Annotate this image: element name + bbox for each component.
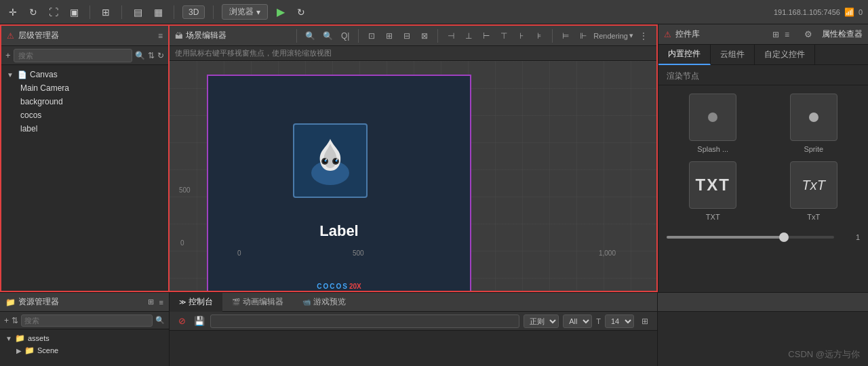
asset-item-assets[interactable]: ▼ 📁 assets xyxy=(5,332,163,344)
zoom-in-btn[interactable]: 🔍 xyxy=(302,28,317,43)
scene-canvas-area[interactable]: 500 0 xyxy=(170,61,656,291)
tab-builtin[interactable]: 内置控件 xyxy=(658,45,711,65)
hierarchy-search-input[interactable] xyxy=(14,49,132,62)
node-txt-italic[interactable]: TxT TxT xyxy=(768,161,861,221)
console-save-btn[interactable]: 💾 xyxy=(193,314,206,328)
rendering-arrow: ▾ xyxy=(629,31,633,40)
asset-item-scene[interactable]: ▶ 📁 Scene xyxy=(5,344,163,357)
node-txt[interactable]: TXT TXT xyxy=(667,161,760,221)
slider-thumb[interactable] xyxy=(779,232,789,242)
browser-label: 浏览器 xyxy=(229,6,254,18)
scene-tool-4[interactable]: ⊠ xyxy=(417,28,432,43)
align-top[interactable]: ⊤ xyxy=(496,28,511,43)
console-fontsize-select[interactable]: 14 xyxy=(605,314,634,328)
bottom-center-panel: ≫ 控制台 🎬 动画编辑器 📹 游戏预览 ⊘ 💾 正则 All T xyxy=(170,293,658,366)
background-label: background xyxy=(20,97,63,106)
mode-3d-button[interactable]: 3D xyxy=(182,5,205,19)
copy-icon[interactable]: ⊞ xyxy=(772,30,779,39)
align-left[interactable]: ⊣ xyxy=(443,28,458,43)
layout-icon[interactable]: ▤ xyxy=(130,5,145,20)
console-level-select[interactable]: All xyxy=(563,314,592,328)
browser-button[interactable]: 浏览器 ▾ xyxy=(222,4,268,20)
label-1000-bottom: 1,000 xyxy=(599,249,616,257)
tree-item-label[interactable]: label xyxy=(1,122,168,136)
asset-sort-icon[interactable]: ⇅ xyxy=(12,316,18,325)
tab-cloud[interactable]: 云组件 xyxy=(711,45,755,65)
label-500-left: 500 xyxy=(179,186,191,194)
splash-dot xyxy=(708,113,717,122)
tree-item-main-camera[interactable]: Main Camera xyxy=(1,81,168,95)
zoom-out-btn[interactable]: 🔍 xyxy=(320,28,335,43)
scene-tool-3[interactable]: ⊟ xyxy=(399,28,414,43)
scene-icon[interactable]: ⊞ xyxy=(98,5,113,20)
node-splash[interactable]: Splash ... xyxy=(667,94,760,153)
hierarchy-add-icon[interactable]: + xyxy=(5,50,11,60)
scene-viewport[interactable]: COCOS 20X xyxy=(207,75,471,291)
rendering-dropdown[interactable]: Rendering ▾ xyxy=(593,31,633,40)
console-toolbar: ⊘ 💾 正则 All T 14 ⊞ xyxy=(170,312,657,331)
toolbar-separator-1 xyxy=(90,5,90,19)
tab-cloud-label: 云组件 xyxy=(720,49,745,60)
hierarchy-menu-icon[interactable]: ≡ xyxy=(158,31,163,41)
asset-search-input[interactable] xyxy=(21,314,153,327)
label-0-bottom: 0 xyxy=(237,249,241,257)
slider-track[interactable] xyxy=(667,236,834,239)
tab-game-preview[interactable]: 📹 游戏预览 xyxy=(293,293,355,312)
asset-search-icon[interactable]: 🔍 xyxy=(155,316,165,325)
console-clear-btn[interactable]: ⊘ xyxy=(175,314,189,328)
align-right[interactable]: ⊢ xyxy=(479,28,494,43)
add-icon[interactable]: ✛ xyxy=(5,5,20,20)
align-middle[interactable]: ⊦ xyxy=(514,28,529,43)
hierarchy-refresh-icon[interactable]: ↻ xyxy=(157,51,164,60)
game-preview-tab-label: 游戏预览 xyxy=(313,296,346,308)
search-icon[interactable]: 🔍 xyxy=(135,51,145,60)
csdn-watermark: CSDN @远方与你 xyxy=(788,348,860,361)
controls-panel-icons: ⊞ ≡ xyxy=(772,30,789,39)
scene-viewport-label: Label xyxy=(207,222,471,240)
asset-toolbar: + ⇅ 🔍 xyxy=(0,312,169,329)
console-input[interactable] xyxy=(210,314,519,328)
scene-tool-2[interactable]: ⊞ xyxy=(382,28,397,43)
gear-icon[interactable]: ⚙ xyxy=(804,29,812,39)
node-sprite[interactable]: Sprite xyxy=(768,94,861,153)
properties-title: 属性检查器 xyxy=(822,28,863,40)
game-icon[interactable]: ▦ xyxy=(151,5,165,20)
align-bottom[interactable]: ⊧ xyxy=(532,28,547,43)
frame-icon[interactable]: ▣ xyxy=(66,5,81,20)
bottom-tabs: ≫ 控制台 🎬 动画编辑器 📹 游戏预览 xyxy=(170,293,657,312)
tab-animation[interactable]: 🎬 动画编辑器 xyxy=(222,293,293,312)
align-center[interactable]: ⊥ xyxy=(461,28,476,43)
tab-console[interactable]: ≫ 控制台 xyxy=(170,293,222,312)
scene-tool-1[interactable]: ⊡ xyxy=(364,28,379,43)
distribute-v[interactable]: ⊩ xyxy=(576,28,591,43)
reload-button[interactable]: ↻ xyxy=(294,5,309,20)
hierarchy-content: ▼ 📄 Canvas Main Camera background cocos … xyxy=(1,65,168,291)
scene-settings[interactable]: ⋮ xyxy=(636,28,651,43)
cocos-logo-inner xyxy=(293,123,368,198)
asset-add-icon[interactable]: + xyxy=(4,316,9,325)
hierarchy-sort-icon[interactable]: ⇅ xyxy=(148,51,155,60)
console-extra-btn[interactable]: ⊞ xyxy=(638,314,652,328)
play-button[interactable]: ▶ xyxy=(273,5,288,20)
console-regex-select[interactable]: 正则 xyxy=(524,314,559,328)
distribute-h[interactable]: ⊨ xyxy=(558,28,573,43)
tree-arrow-canvas: ▼ xyxy=(7,71,15,79)
txt-italic-display: TxT xyxy=(802,178,825,193)
assets-label: assets xyxy=(28,334,50,342)
zoom-fit-btn[interactable]: Q| xyxy=(338,28,353,43)
panel-menu-icon[interactable]: ≡ xyxy=(785,30,789,39)
warning-icon-controls: ⚠ xyxy=(664,30,671,39)
controls-panel: ⚠ 控件库 ⊞ ≡ ⚙ 属性检查器 内置控件 云组件 自定义控件 渲染节点 xyxy=(658,24,868,292)
tree-item-cocos[interactable]: cocos xyxy=(1,108,168,122)
asset-copy-icon[interactable]: ⊞ xyxy=(148,298,154,306)
asset-menu-icon[interactable]: ≡ xyxy=(159,298,163,306)
sprite-thumb xyxy=(790,94,837,141)
maximize-icon[interactable]: ⛶ xyxy=(46,5,61,20)
sprite-label: Sprite xyxy=(804,145,823,153)
refresh-icon[interactable]: ↻ xyxy=(26,5,41,20)
toolbar-separator-4 xyxy=(213,5,214,19)
tree-item-canvas[interactable]: ▼ 📄 Canvas xyxy=(1,68,168,81)
tab-custom[interactable]: 自定义控件 xyxy=(755,45,815,65)
font-icon: T xyxy=(596,317,601,325)
tree-item-background[interactable]: background xyxy=(1,95,168,108)
